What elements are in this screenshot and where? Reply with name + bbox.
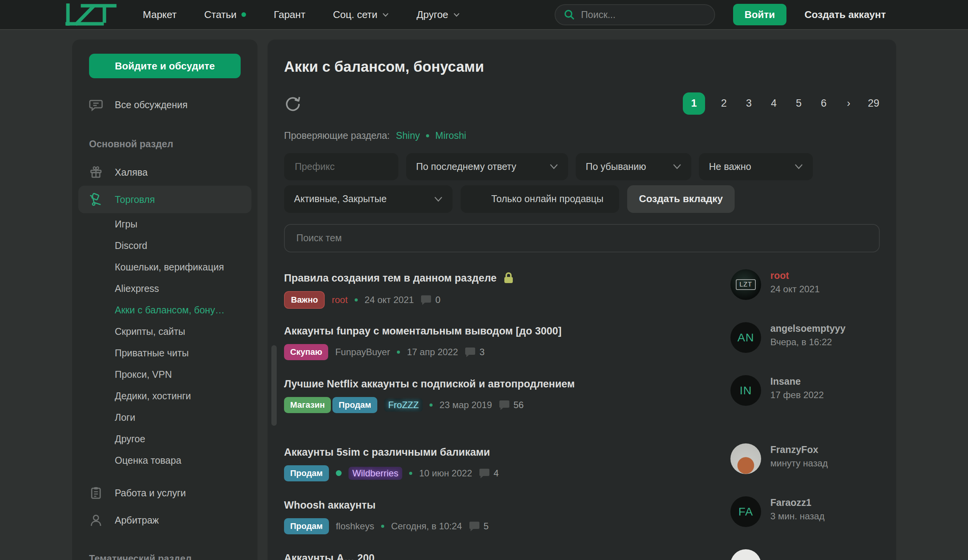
- sidebar-item-balance-accounts-active[interactable]: Акки с балансом, бону…: [89, 299, 241, 320]
- online-sellers-toggle: Только онлайн продавцы: [461, 185, 619, 213]
- hand-truck-icon: [89, 193, 103, 206]
- thread-author[interactable]: floshkeys: [336, 521, 374, 532]
- thread-search-input[interactable]: [295, 232, 868, 244]
- separator-dot: [429, 403, 433, 406]
- thread-title[interactable]: Лучшие Netflix аккаунты с подпиской и ав…: [284, 378, 575, 390]
- thread-author[interactable]: Wildberries: [348, 467, 402, 480]
- separator-dot: [355, 298, 358, 301]
- thread-row: Whoosh аккаунты Продам floshkeys Сегодня…: [284, 499, 880, 538]
- avatar[interactable]: IN: [730, 375, 761, 406]
- lock-icon: [504, 273, 514, 284]
- thread-row: Аккаунты 5sim с различными баликами Прод…: [284, 446, 880, 485]
- thread-title[interactable]: Whoosh аккаунты: [284, 499, 376, 511]
- sidebar-item-wallets[interactable]: Кошельки, верификация: [89, 256, 241, 278]
- sidebar-item-dedicated[interactable]: Дедики, хостинги: [89, 385, 241, 406]
- sidebar-item-all-discussions[interactable]: Все обсуждения: [89, 93, 241, 117]
- avatar[interactable]: FA: [730, 496, 761, 527]
- comment-icon: [479, 468, 490, 478]
- thread-search-box: [284, 224, 880, 253]
- chevron-down-icon: [453, 13, 460, 17]
- register-link[interactable]: Создать аккаунт: [804, 9, 886, 21]
- page-6[interactable]: 6: [817, 97, 830, 109]
- page-1-active[interactable]: 1: [683, 93, 705, 115]
- thread-author[interactable]: FroZZZ: [384, 398, 423, 411]
- status-dropdown[interactable]: Активные, Закрытые: [284, 185, 453, 213]
- menu-guarantor[interactable]: Гарант: [273, 9, 305, 21]
- last-poster-name[interactable]: Insane: [770, 375, 824, 387]
- thread-title[interactable]: Аккаунты funpay с моментальным выводом […: [284, 325, 562, 337]
- prefix-badge-shop[interactable]: Магазин: [284, 397, 331, 413]
- moderator-link-miroshi[interactable]: Miroshi: [435, 130, 466, 141]
- avatar[interactable]: LZT: [730, 269, 761, 300]
- last-page-29[interactable]: 29: [867, 97, 880, 109]
- moderator-link-shiny[interactable]: Shiny: [396, 130, 420, 141]
- importance-dropdown[interactable]: Не важно: [699, 153, 813, 180]
- clipboard-icon: [89, 486, 103, 500]
- page-4[interactable]: 4: [767, 97, 780, 109]
- sidebar-item-games[interactable]: Игры: [89, 213, 241, 235]
- menu-social[interactable]: Соц. сети: [333, 9, 389, 21]
- sidebar-item-other[interactable]: Другое: [89, 428, 241, 449]
- last-post-date: 24 окт 2021: [770, 284, 820, 294]
- thread-title[interactable]: Правила создания тем в данном разделе: [284, 273, 497, 284]
- comment-count: 5: [469, 521, 489, 532]
- trade-subcategories: Игры Discord Кошельки, верификация Aliex…: [89, 213, 241, 471]
- sidebar-item-proxy-vpn[interactable]: Прокси, VPN: [89, 363, 241, 385]
- menu-market[interactable]: Маркет: [143, 9, 177, 21]
- avatar[interactable]: [730, 549, 761, 560]
- prefix-badge-sell[interactable]: Продам: [332, 397, 377, 413]
- section-header-thematic: Тематический раздел: [89, 551, 241, 560]
- prefix-badge-buy[interactable]: Скупаю: [284, 344, 328, 360]
- refresh-icon[interactable]: [284, 95, 302, 112]
- sort-direction-dropdown[interactable]: По убыванию: [576, 153, 691, 180]
- sidebar-item-scripts[interactable]: Скрипты, сайты: [89, 320, 241, 342]
- prefix-badge-sell[interactable]: Продам: [284, 518, 329, 534]
- sidebar-item-goods-rating[interactable]: Оценка товара: [89, 449, 241, 471]
- thread-title[interactable]: Аккаунты А… 200: [284, 552, 375, 560]
- forum-page: Маркет Статьи Гарант Соц. сети Другое Во…: [0, 0, 968, 560]
- thread-author[interactable]: FunpayBuyer: [335, 347, 390, 357]
- comment-icon: [469, 521, 480, 531]
- page-3[interactable]: 3: [743, 97, 755, 109]
- lzt-logo-icon[interactable]: [65, 3, 118, 26]
- online-sellers-checkbox[interactable]: [471, 193, 484, 206]
- next-page-chevron[interactable]: ›: [842, 97, 855, 109]
- prefix-badge-important[interactable]: Важно: [284, 291, 325, 309]
- page-5[interactable]: 5: [792, 97, 805, 109]
- sidebar-item-private-cheats[interactable]: Приватные читы: [89, 342, 241, 363]
- thread-author[interactable]: root: [332, 294, 347, 305]
- prefix-badge-sell[interactable]: Продам: [284, 465, 329, 481]
- login-cta-button[interactable]: Войдите и обсудите: [89, 54, 241, 78]
- sidebar-item-halyava[interactable]: Халява: [89, 160, 241, 185]
- last-poster-name[interactable]: FranzyFox: [770, 443, 828, 456]
- global-search[interactable]: [555, 4, 715, 25]
- sidebar-item-logs[interactable]: Логи: [89, 406, 241, 428]
- menu-articles[interactable]: Статьи: [204, 9, 246, 21]
- sidebar-item-discord[interactable]: Discord: [89, 235, 241, 256]
- separator-dot: [409, 472, 412, 475]
- create-tab-button[interactable]: Создать вкладку: [627, 185, 734, 213]
- search-input[interactable]: [580, 9, 706, 21]
- avatar[interactable]: AN: [730, 322, 761, 353]
- thread-title[interactable]: Аккаунты 5sim с различными баликами: [284, 446, 490, 458]
- avatar-photo[interactable]: [730, 443, 761, 474]
- last-post-date: 17 фев 2022: [770, 390, 824, 400]
- pagination: 1 2 3 4 5 6 › 29: [683, 93, 880, 115]
- page-2[interactable]: 2: [718, 97, 730, 109]
- last-poster-name[interactable]: root: [770, 269, 820, 281]
- last-poster-name[interactable]: angelsoemptyyy: [770, 322, 845, 334]
- prefix-filter: [284, 153, 398, 180]
- sidebar-item-arbitrage[interactable]: Арбитраж: [89, 508, 241, 532]
- last-poster-name[interactable]: Faraozz1: [770, 496, 824, 509]
- menu-other[interactable]: Другое: [416, 9, 460, 21]
- scrollbar-thumb[interactable]: [271, 345, 277, 426]
- login-button[interactable]: Войти: [733, 4, 786, 25]
- main-panel: Акки с балансом, бонусами 1 2 3 4 5 6 › …: [267, 40, 896, 560]
- separator-dot: [381, 525, 384, 528]
- sidebar-item-aliexpress[interactable]: Aliexpress: [89, 278, 241, 299]
- sidebar-item-work-services[interactable]: Работа и услуги: [89, 481, 241, 505]
- filter-row-1: По последнему ответу По убыванию Не важн…: [284, 153, 880, 180]
- sidebar-item-trade-active[interactable]: Торговля: [78, 186, 251, 213]
- prefix-input[interactable]: [294, 161, 388, 173]
- sort-by-dropdown[interactable]: По последнему ответу: [406, 153, 568, 180]
